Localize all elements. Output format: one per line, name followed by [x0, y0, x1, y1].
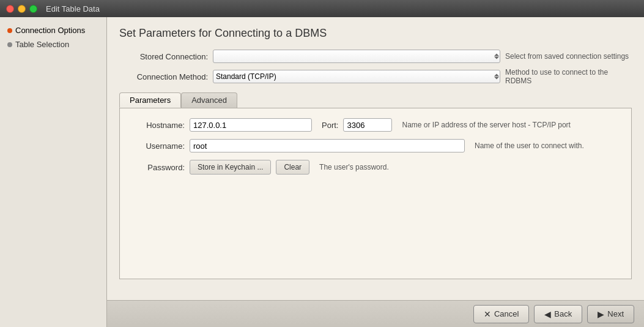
- hostname-input[interactable]: [190, 118, 312, 132]
- cancel-icon: ✕: [484, 309, 491, 319]
- stored-connection-wrapper: [213, 50, 500, 63]
- password-label: Password:: [130, 163, 185, 172]
- connection-method-label: Connection Method:: [119, 72, 208, 81]
- back-button[interactable]: ◀ Back: [534, 305, 582, 323]
- store-keychain-button[interactable]: Store in Keychain ...: [190, 160, 271, 175]
- sidebar-item-table-selection[interactable]: Table Selection: [0, 37, 106, 51]
- stored-connection-row: Stored Connection: Select from saved con…: [119, 50, 632, 63]
- hostname-row: Hostname: Port: Name or IP address of th…: [130, 118, 621, 132]
- tab-container: Parameters Advanced Hostname: Port: Name…: [119, 92, 632, 317]
- port-input[interactable]: [343, 118, 392, 132]
- titlebar: Edit Table Data: [0, 0, 644, 17]
- tab-bar: Parameters Advanced: [119, 92, 632, 108]
- hostname-hint: Name or IP address of the server host - …: [402, 121, 570, 129]
- next-icon: ▶: [598, 309, 604, 319]
- username-row: Username: Name of the user to connect wi…: [130, 139, 621, 152]
- minimize-button[interactable]: [18, 5, 26, 13]
- connection-method-wrapper: Standard (TCP/IP): [213, 70, 500, 83]
- password-row: Password: Store in Keychain ... Clear Th…: [130, 160, 621, 175]
- connection-method-hint: Method to use to connect to the RDBMS: [505, 68, 632, 85]
- close-button[interactable]: [6, 5, 14, 13]
- cancel-button[interactable]: ✕ Cancel: [473, 305, 529, 323]
- stored-connection-select[interactable]: [213, 50, 500, 63]
- window-title: Edit Table Data: [46, 4, 100, 13]
- back-icon: ◀: [544, 309, 551, 319]
- page-title: Set Parameters for Connecting to a DBMS: [119, 27, 632, 40]
- tab-advanced[interactable]: Advanced: [181, 92, 237, 108]
- stored-connection-label: Stored Connection:: [119, 52, 208, 61]
- next-button[interactable]: ▶ Next: [587, 305, 634, 323]
- table-selection-dot: [7, 42, 12, 47]
- clear-button[interactable]: Clear: [276, 160, 309, 175]
- cancel-label: Cancel: [494, 309, 519, 318]
- content-area: Set Parameters for Connecting to a DBMS …: [107, 17, 644, 327]
- sidebar: Connection Options Table Selection: [0, 17, 107, 327]
- main-container: Connection Options Table Selection Set P…: [0, 17, 644, 327]
- username-label: Username:: [130, 141, 185, 151]
- tab-content: Hostname: Port: Name or IP address of th…: [119, 108, 632, 279]
- connection-method-row: Connection Method: Standard (TCP/IP) Met…: [119, 68, 632, 85]
- connection-method-select[interactable]: Standard (TCP/IP): [213, 70, 500, 83]
- bottom-bar: ✕ Cancel ◀ Back ▶ Next: [107, 300, 644, 327]
- password-hint: The user's password.: [319, 163, 389, 171]
- username-input[interactable]: [190, 139, 465, 152]
- titlebar-buttons: [6, 5, 37, 13]
- sidebar-item-connection-options[interactable]: Connection Options: [0, 23, 106, 37]
- table-selection-label: Table Selection: [15, 40, 69, 49]
- username-hint: Name of the user to connect with.: [475, 141, 584, 150]
- main-wrapper: Set Parameters for Connecting to a DBMS …: [107, 17, 644, 327]
- connection-options-dot: [7, 28, 12, 33]
- back-label: Back: [554, 309, 572, 318]
- stored-connection-hint: Select from saved connection settings: [505, 52, 632, 61]
- maximize-button[interactable]: [29, 5, 37, 13]
- port-label: Port:: [322, 121, 338, 130]
- connection-options-label: Connection Options: [15, 26, 85, 35]
- tab-parameters[interactable]: Parameters: [119, 92, 181, 108]
- next-label: Next: [607, 309, 624, 318]
- hostname-label: Hostname:: [130, 121, 185, 130]
